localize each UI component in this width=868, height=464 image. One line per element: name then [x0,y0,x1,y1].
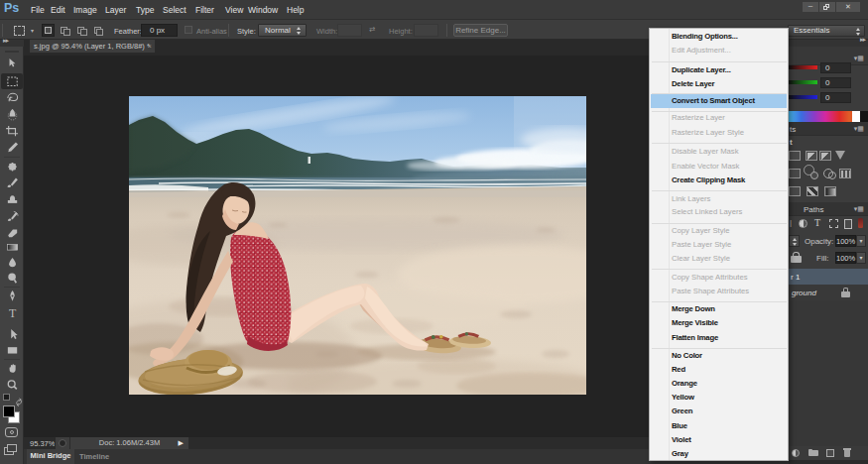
svg-text:T: T [9,306,17,320]
